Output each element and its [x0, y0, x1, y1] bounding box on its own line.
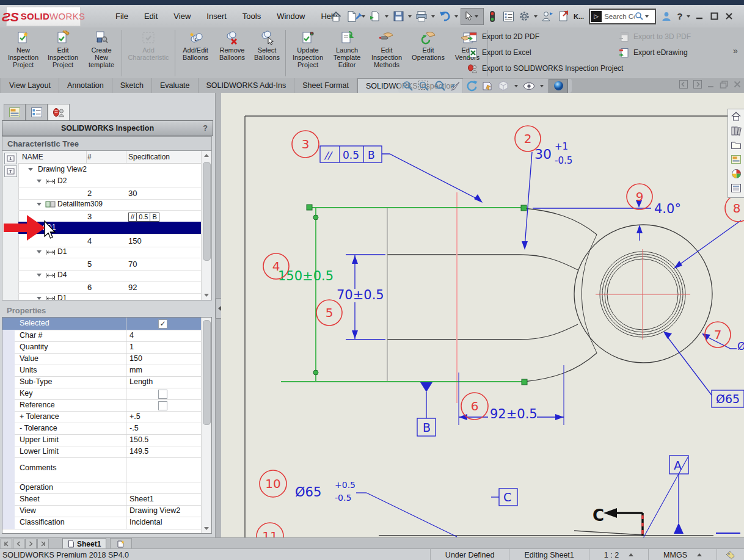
menu-tools[interactable]: Tools	[235, 12, 269, 21]
collapse-icon[interactable]	[37, 297, 42, 300]
section-view-icon[interactable]	[450, 80, 462, 92]
view-settings-dropdown-icon[interactable]	[514, 85, 518, 87]
property-row[interactable]: + Tolerance+.5	[2, 411, 202, 423]
scroll-down-icon[interactable]	[204, 527, 209, 530]
doc-close-icon[interactable]	[733, 80, 742, 91]
property-row[interactable]: Operation	[2, 482, 202, 494]
balloon-4[interactable]: 4	[263, 253, 289, 279]
add-characteristic-button[interactable]: Add Characteristic	[125, 29, 172, 61]
property-row[interactable]: ClassificationIncidental	[2, 517, 202, 529]
key-checkbox[interactable]	[158, 390, 167, 399]
appearances-icon[interactable]	[731, 169, 742, 181]
search-command-icon[interactable]: ▷	[591, 11, 602, 22]
selected-dimension-150[interactable]	[281, 205, 527, 385]
render-mode-button[interactable]	[549, 79, 568, 93]
undo-icon[interactable]	[437, 9, 452, 24]
tab-annotation[interactable]: Annotation	[59, 78, 112, 93]
settings-dropdown-icon[interactable]	[534, 15, 538, 18]
units-control[interactable]: MMGS	[648, 549, 717, 560]
balloon-3[interactable]: 3	[292, 131, 319, 158]
collapse-all-button[interactable]	[4, 165, 17, 177]
property-row[interactable]: Upper Limit150.5	[2, 434, 202, 446]
property-row[interactable]: Quantity1	[2, 341, 202, 354]
scroll-up-icon[interactable]	[204, 154, 209, 157]
property-row[interactable]: Key	[2, 388, 202, 400]
search-input[interactable]: ▷ Search Cc	[589, 9, 656, 24]
tree-row-detailitem[interactable]: DetailItem309	[18, 198, 202, 210]
menu-view[interactable]: View	[166, 12, 199, 21]
sheet1-tab[interactable]: Sheet1	[62, 538, 106, 549]
export-document-icon[interactable]	[556, 9, 571, 24]
inspection-manager-tab[interactable]	[48, 104, 70, 120]
home-tab-icon[interactable]	[731, 111, 742, 124]
ribbon-overflow-chevron[interactable]: »	[733, 46, 738, 56]
save-dropdown-icon[interactable]	[408, 15, 412, 18]
open-icon[interactable]	[368, 9, 382, 24]
edit-inspection-project-button[interactable]: Edit Inspection Project	[43, 29, 82, 68]
select-dropdown-icon[interactable]	[475, 15, 478, 18]
balloon-8[interactable]: 8	[725, 195, 744, 222]
feature-manager-tab[interactable]	[4, 104, 26, 120]
tree-row-value[interactable]: 570	[18, 258, 202, 271]
options-list-icon[interactable]	[501, 9, 516, 24]
rotate-view-icon[interactable]	[465, 80, 478, 92]
properties-scroll-thumb[interactable]	[203, 320, 211, 425]
tree-row-d1[interactable]: D1	[18, 246, 202, 258]
expand-all-button[interactable]	[4, 153, 17, 164]
menu-window[interactable]: Window	[269, 12, 313, 21]
column-num[interactable]: #	[87, 153, 92, 161]
property-row[interactable]: Reference	[2, 399, 202, 412]
tab-view-layout[interactable]: View Layout	[1, 78, 59, 93]
user-account-icon[interactable]	[659, 9, 674, 24]
hide-show-items-icon[interactable]	[523, 82, 535, 90]
property-row-selected[interactable]: Selected✓	[2, 318, 202, 330]
create-new-template-button[interactable]: Create New template	[84, 29, 119, 68]
search-dropdown-icon[interactable]	[645, 15, 649, 18]
property-row[interactable]: Unitsmm	[2, 365, 202, 377]
tag-button[interactable]	[717, 549, 744, 560]
hide-show-dropdown-icon[interactable]	[540, 85, 544, 87]
first-sheet-button[interactable]	[1, 539, 12, 549]
property-row[interactable]: Char #4	[2, 330, 202, 342]
panel-help-icon[interactable]: ?	[203, 124, 208, 133]
balloon-6[interactable]: 6	[461, 393, 488, 420]
menu-file[interactable]: File	[108, 12, 136, 21]
remove-balloons-button[interactable]: Remove Balloons	[214, 29, 250, 61]
minimize-button[interactable]	[693, 9, 706, 24]
undo-dropdown-icon[interactable]	[454, 15, 458, 18]
select-tool-button[interactable]	[461, 8, 484, 25]
tree-row-value[interactable]: 692	[18, 281, 202, 294]
help-icon[interactable]: ?	[677, 11, 682, 21]
maximize-button[interactable]	[707, 9, 721, 24]
display-manager-tab[interactable]	[26, 104, 48, 120]
tree-row-value[interactable]: 230	[18, 187, 202, 200]
print-icon[interactable]	[414, 9, 429, 24]
property-row[interactable]: Lower Limit149.5	[2, 446, 202, 458]
view-settings-icon[interactable]	[497, 80, 509, 92]
share-icon[interactable]	[540, 9, 555, 24]
collapse-icon[interactable]	[37, 203, 42, 206]
design-library-icon[interactable]	[731, 126, 742, 139]
zoom-icon[interactable]	[434, 80, 446, 92]
tree-row-d4[interactable]: D4	[18, 269, 202, 281]
balloon-10[interactable]: 10	[260, 470, 286, 497]
tab-sheet-format[interactable]: Sheet Format	[294, 78, 357, 93]
balloon-5[interactable]: 5	[316, 300, 342, 325]
tree-scroll-thumb[interactable]	[203, 162, 211, 261]
pan-icon[interactable]	[481, 80, 494, 92]
tree-row-drawing-view[interactable]: Drawing View2	[18, 164, 202, 175]
new-document-icon[interactable]	[345, 9, 359, 24]
last-sheet-button[interactable]	[37, 539, 49, 549]
zoom-to-area-icon[interactable]	[418, 80, 430, 92]
k-command-label[interactable]: K...	[574, 13, 584, 20]
help-dropdown-icon[interactable]	[687, 15, 690, 18]
select-balloons-button[interactable]: Select Balloons	[251, 29, 283, 61]
next-sheet-button[interactable]	[25, 539, 37, 549]
close-button[interactable]	[722, 9, 735, 24]
doc-restore-icon[interactable]	[720, 80, 729, 91]
menu-insert[interactable]: Insert	[199, 12, 235, 21]
edit-inspection-methods-button[interactable]: Edit Inspection Methods	[367, 29, 407, 68]
new-inspection-project-button[interactable]: New Inspection Project	[4, 29, 42, 68]
property-row[interactable]: Sub-TypeLength	[2, 376, 202, 388]
properties-scrollbar[interactable]	[201, 318, 211, 533]
